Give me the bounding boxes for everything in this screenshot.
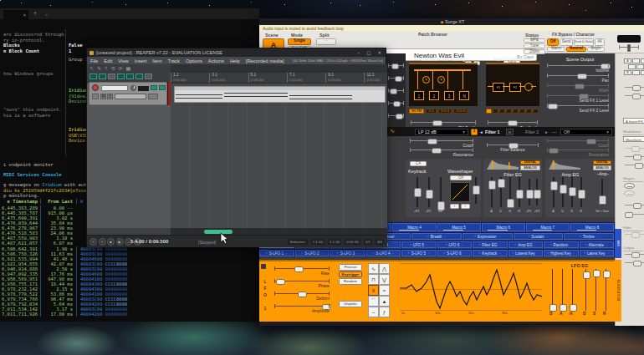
macro-cell[interactable]: Macro 6 xyxy=(482,223,526,231)
lfo-indicator-button[interactable] xyxy=(261,264,266,269)
lfo-rate-slider[interactable] xyxy=(274,268,330,269)
fm-routing-option[interactable]: 2>1 xyxy=(426,109,436,114)
fx-slot[interactable] xyxy=(632,58,640,63)
filter-config-option[interactable] xyxy=(486,109,492,114)
menu-item[interactable]: Track xyxy=(168,58,180,63)
character-neutral-button[interactable]: Neutral xyxy=(566,47,586,53)
filter2-cutoff-slider[interactable] xyxy=(547,140,609,141)
maximize-icon[interactable]: ▢ xyxy=(366,50,371,55)
mod-source-cell[interactable]: ≡Sustain⌄ xyxy=(514,233,565,240)
mix-tab[interactable]: MIX xyxy=(615,229,621,258)
macro-cell[interactable]: Macro 8 xyxy=(570,223,615,231)
pencil-tool-icon[interactable]: ✎ xyxy=(97,65,101,71)
aeg-attack-slider[interactable] xyxy=(553,177,555,207)
lfo-waveform-button[interactable]: ⌒ xyxy=(368,296,379,307)
mod-source-cell[interactable]: ≡S-LFO 1⌄ xyxy=(259,250,295,256)
timeline-ruler[interactable]: 1.10:00.000 3.10:04.000 5.10:08.000 7.10… xyxy=(171,73,387,84)
fx-waveform-dropdown[interactable]: Waveform xyxy=(623,136,644,142)
lock-toggle-icon[interactable] xyxy=(145,74,152,79)
close-icon[interactable]: ✕ xyxy=(377,50,381,55)
mod-source-cell[interactable]: ≡Timbre⌄ xyxy=(564,233,615,240)
aeg-decay-slider[interactable] xyxy=(562,177,564,207)
mixer-slider-handle[interactable] xyxy=(391,63,399,70)
menu-item[interactable]: [Recorded media] xyxy=(246,58,284,63)
filter-config-option[interactable] xyxy=(533,109,539,114)
filter-balance-slider[interactable] xyxy=(487,145,539,145)
time-signature[interactable]: 4/4 xyxy=(376,239,384,245)
filter1-resonance-slider[interactable] xyxy=(410,150,473,150)
fx-param-slider[interactable] xyxy=(625,165,644,165)
filter-preset-icon[interactable]: ⊟ xyxy=(506,129,514,135)
volume-slider[interactable] xyxy=(547,65,609,66)
fx-param-slider[interactable] xyxy=(625,254,644,255)
mode-single-button[interactable]: Single xyxy=(288,38,311,45)
track-1-panel[interactable]: M S xyxy=(89,82,167,105)
monitor-button[interactable] xyxy=(148,94,158,99)
fx-slot[interactable] xyxy=(632,70,640,75)
vel-gain-slider[interactable] xyxy=(601,179,603,205)
filter-eg-digital-button[interactable]: DIGITAL xyxy=(520,160,540,165)
filter1-subtype-button[interactable]: 2 xyxy=(471,129,478,135)
lfo-waveform-button[interactable]: ▲ xyxy=(379,296,390,307)
status-toggle-button[interactable]: Zoom xyxy=(524,49,545,54)
mod-source-cell[interactable]: ≡Expression⌄ xyxy=(463,233,514,240)
amp-eg-analog-button[interactable]: ANALOG xyxy=(593,165,611,170)
fx-stepper[interactable] xyxy=(624,190,635,196)
undo-icon[interactable]: ⟲ xyxy=(110,65,115,71)
mod-source-cell[interactable]: ≡S-LFO 4⌄ xyxy=(366,250,402,256)
selection-start[interactable]: 1.1.00 xyxy=(311,239,325,245)
fx-slot[interactable] xyxy=(641,58,644,63)
waveshaper-type-dropdown[interactable]: Off xyxy=(450,175,472,180)
mod-source-cell[interactable]: ≡Amp EG⌄ xyxy=(509,241,544,248)
close-icon[interactable]: ✕ xyxy=(23,12,26,18)
new-tab-icon[interactable]: + xyxy=(33,10,37,17)
filter1-type-dropdown[interactable]: LP 12 dB▾ xyxy=(415,129,468,135)
width-slider[interactable] xyxy=(547,85,609,86)
feg-sustain-slider[interactable] xyxy=(509,177,511,207)
filter1-prev-icon[interactable]: ◂ xyxy=(480,129,483,134)
surge-menu-logo[interactable] xyxy=(617,35,641,43)
fx-slot[interactable] xyxy=(628,64,636,69)
menu-item[interactable]: Item xyxy=(152,58,161,63)
surge-title-bar[interactable]: ◆ Surge XT xyxy=(259,18,644,25)
filter-config-option[interactable] xyxy=(506,109,512,114)
waveshaper-next-button[interactable]: › xyxy=(461,204,470,209)
mod-source-cell[interactable]: ≡Highest Key⌄ xyxy=(544,250,580,256)
macro-cell[interactable]: Macro 4 xyxy=(392,223,437,231)
fx-bypass-sendglobal-button[interactable]: Send & Global xyxy=(574,38,594,46)
fx-slot[interactable] xyxy=(641,70,644,75)
filter-eg-analog-button[interactable]: ANALOG xyxy=(520,165,540,170)
status-toggle-button[interactable]: MPE xyxy=(524,38,545,43)
feg-decay-slider[interactable] xyxy=(500,177,502,207)
filter2-resonance-slider[interactable] xyxy=(547,150,609,150)
fm-depth-slider[interactable] xyxy=(411,122,476,123)
lfo-eg-release-slider[interactable] xyxy=(606,269,606,311)
character-bright-button[interactable]: Bright xyxy=(587,47,605,53)
reaper-title-bar[interactable]: [unsaved project] - REAPER v7.22 - EVALU… xyxy=(87,48,386,57)
fx-stages-stepper[interactable] xyxy=(624,183,635,189)
project-settings-icon[interactable]: ▦ xyxy=(126,65,131,71)
aeg-sustain-slider[interactable] xyxy=(571,177,573,207)
menu-item[interactable]: Edit xyxy=(104,58,112,63)
transport-button[interactable]: « xyxy=(89,238,97,246)
mixer-slider-handle[interactable] xyxy=(393,101,401,108)
mod-source-cell[interactable]: ≡S-LFO 2⌄ xyxy=(295,250,331,256)
menu-item[interactable]: File xyxy=(90,58,98,63)
fx-param-slider[interactable] xyxy=(625,205,644,205)
zoom-slider[interactable] xyxy=(619,47,639,48)
fm-routing-option[interactable]: 3>2>1 xyxy=(438,109,452,114)
lfo-waveform-button[interactable]: ∿ xyxy=(368,263,379,274)
waveshaper-prev-button[interactable]: ‹ xyxy=(450,204,459,209)
arrange-view[interactable] xyxy=(171,84,387,228)
envelope-toggle-icon[interactable] xyxy=(117,74,125,79)
input-dropdown[interactable] xyxy=(115,94,146,99)
fx-param-slider[interactable] xyxy=(625,156,644,157)
fx-param-slider[interactable] xyxy=(625,148,644,149)
filter-config-option[interactable] xyxy=(519,109,525,114)
lfo-eg-sustain-slider[interactable] xyxy=(595,269,596,311)
routing-chip[interactable] xyxy=(151,85,157,90)
macro-cell[interactable]: Macro 7 xyxy=(526,223,570,231)
transport-button[interactable]: ▶ xyxy=(116,238,124,246)
mod-source-cell[interactable]: ≡S-LFO 5⌄ xyxy=(401,250,437,256)
grid-division[interactable]: 1/1 xyxy=(364,239,372,245)
